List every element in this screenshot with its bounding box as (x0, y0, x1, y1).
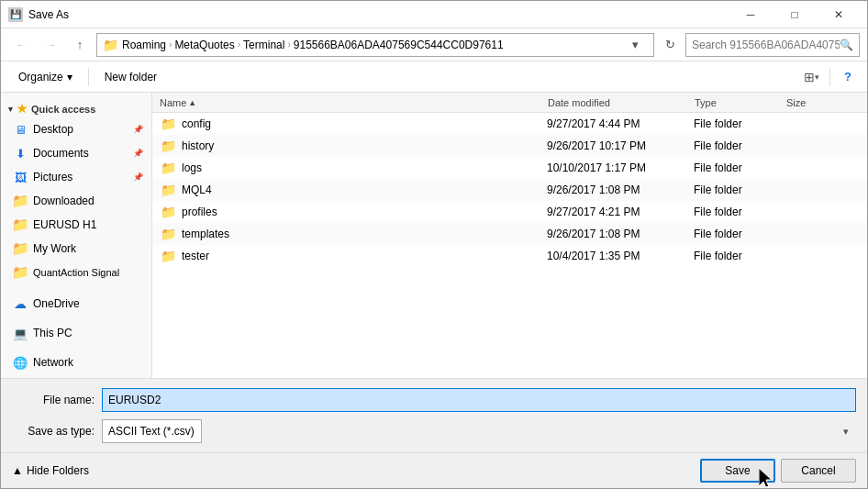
table-row[interactable]: 📁 logs 10/10/2017 1:17 PM File folder (152, 157, 867, 179)
hide-folders-button[interactable]: ▲ Hide Folders (12, 464, 89, 477)
downloaded-icon: 📁 (13, 194, 28, 208)
view-dropdown-icon: ▾ (815, 72, 819, 82)
organize-button[interactable]: Organize ▾ (8, 65, 83, 89)
col-header-date[interactable]: Date modified (548, 97, 695, 108)
new-folder-label: New folder (105, 71, 157, 83)
window-icon: 💾 (8, 7, 23, 22)
folder-icon: 📁 (161, 183, 176, 197)
crumb-roaming: Roaming (122, 39, 166, 51)
desktop-icon: 🖥 (13, 122, 28, 137)
pictures-pin-icon: 📌 (133, 172, 143, 182)
file-name: profiles (182, 206, 217, 218)
pc-icon: 💻 (13, 326, 28, 340)
col-header-type[interactable]: Type (695, 97, 786, 108)
crumb-hash: 915566BA06ADA407569C544CC0D97611 (294, 39, 504, 51)
sidebar-item-network[interactable]: 🌐 Network (1, 350, 151, 374)
refresh-button[interactable]: ↻ (658, 33, 682, 57)
help-icon: ? (844, 70, 851, 83)
sidebar-item-pictures[interactable]: 🖼 Pictures 📌 (1, 165, 151, 189)
address-bar[interactable]: 📁 Roaming › MetaQuotes › Terminal › 9155… (96, 33, 654, 57)
folder-icon: 📁 (103, 38, 118, 52)
documents-icon: ⬇ (13, 146, 28, 161)
sort-arrow-icon: ▲ (188, 98, 196, 107)
sidebar-eurusd-label: EURUSD H1 (33, 218, 96, 231)
sidebar-item-downloaded[interactable]: 📁 Downloaded (1, 189, 151, 213)
table-row[interactable]: 📁 tester 10/4/2017 1:35 PM File folder (152, 245, 867, 267)
file-pane: Name ▲ Date modified Type Size 📁 config (152, 93, 867, 378)
hide-folders-label: Hide Folders (27, 464, 89, 477)
desktop-pin-icon: 📌 (133, 125, 143, 134)
folder-icon: 📁 (161, 117, 176, 131)
quick-access-label: Quick access (31, 104, 95, 115)
folder-icon: 📁 (161, 227, 176, 241)
folder-icon: 📁 (161, 249, 176, 263)
view-button[interactable]: ⊞ ▾ (798, 64, 824, 90)
sidebar-network-label: Network (33, 356, 73, 369)
forward-button[interactable]: → (38, 32, 63, 58)
file-date: 9/27/2017 4:21 PM (547, 206, 694, 218)
quantaction-icon: 📁 (13, 265, 28, 280)
quick-access-arrow: ▾ (8, 105, 13, 114)
up-icon: ↑ (77, 38, 83, 51)
sidebar-desktop-label: Desktop (33, 123, 73, 136)
table-row[interactable]: 📁 profiles 9/27/2017 4:21 PM File folder (152, 201, 867, 223)
file-date: 10/4/2017 1:35 PM (547, 250, 694, 262)
file-date: 10/10/2017 1:17 PM (547, 161, 694, 174)
search-input[interactable] (692, 39, 840, 51)
hide-folders-arrow-icon: ▲ (12, 464, 23, 477)
maximize-button[interactable]: □ (773, 1, 816, 28)
file-name: MQL4 (182, 183, 212, 196)
save-label: Save (725, 464, 750, 477)
file-name: config (182, 117, 211, 130)
minimize-button[interactable]: ─ (729, 1, 772, 28)
sidebar-pc-label: This PC (33, 327, 72, 339)
organize-label: Organize (18, 71, 63, 83)
search-icon: 🔍 (840, 39, 853, 51)
filename-label: File name: (12, 394, 95, 406)
table-row[interactable]: 📁 config 9/27/2017 4:44 PM File folder (152, 113, 867, 135)
folder-icon: 📁 (161, 161, 176, 175)
file-date: 9/26/2017 10:17 PM (547, 139, 694, 152)
sidebar: ▾ ★ Quick access 🖥 Desktop 📌 ⬇ Documents… (1, 93, 152, 378)
save-button[interactable]: Save (700, 459, 775, 483)
close-button[interactable]: ✕ (818, 1, 860, 28)
pictures-icon: 🖼 (13, 170, 28, 184)
table-row[interactable]: 📁 templates 9/26/2017 1:08 PM File folde… (152, 223, 867, 245)
file-type: File folder (694, 250, 785, 262)
col-header-name[interactable]: Name ▲ (160, 97, 548, 108)
sidebar-item-my-work[interactable]: 📁 My Work (1, 237, 151, 261)
sidebar-item-thispc[interactable]: 💻 This PC (1, 321, 151, 345)
search-box: 🔍 (685, 33, 860, 57)
file-type: File folder (694, 206, 785, 218)
table-row[interactable]: 📁 history 9/26/2017 10:17 PM File folder (152, 135, 867, 157)
file-type: File folder (694, 139, 785, 152)
sidebar-item-eurusd-h1[interactable]: 📁 EURUSD H1 (1, 213, 151, 237)
my-work-icon: 📁 (13, 241, 28, 256)
sidebar-item-desktop[interactable]: 🖥 Desktop 📌 (1, 117, 151, 141)
crumb-terminal: Terminal (243, 39, 284, 51)
folder-icon: 📁 (161, 205, 176, 219)
quick-access-star-icon: ★ (17, 102, 28, 116)
sidebar-item-documents[interactable]: ⬇ Documents 📌 (1, 141, 151, 165)
file-list: 📁 config 9/27/2017 4:44 PM File folder 📁… (152, 113, 867, 378)
up-button[interactable]: ↑ (67, 32, 93, 58)
filetype-select[interactable]: ASCII Text (*.csv)CSV (*.csv)All Files (… (102, 419, 202, 443)
file-name: templates (182, 228, 229, 240)
col-header-size[interactable]: Size (786, 97, 860, 108)
crumb-metaquotes: MetaQuotes (174, 39, 234, 51)
address-dropdown-button[interactable]: ▾ (622, 33, 648, 57)
filename-input[interactable] (102, 388, 856, 412)
documents-pin-icon: 📌 (133, 149, 143, 158)
back-button[interactable]: ← (8, 32, 34, 58)
forward-icon: → (45, 38, 57, 51)
breadcrumb: Roaming › MetaQuotes › Terminal › 915566… (122, 39, 504, 51)
sidebar-item-quantaction[interactable]: 📁 QuantAction Signal (1, 261, 151, 284)
cancel-button[interactable]: Cancel (781, 459, 856, 483)
quick-access-group[interactable]: ▾ ★ Quick access (1, 98, 151, 117)
table-row[interactable]: 📁 MQL4 9/26/2017 1:08 PM File folder (152, 179, 867, 201)
sidebar-item-onedrive[interactable]: ☁ OneDrive (1, 292, 151, 316)
help-button[interactable]: ? (836, 65, 860, 89)
new-folder-button[interactable]: New folder (95, 65, 167, 89)
sidebar-mywork-label: My Work (33, 242, 76, 255)
file-date: 9/27/2017 4:44 PM (547, 117, 694, 130)
